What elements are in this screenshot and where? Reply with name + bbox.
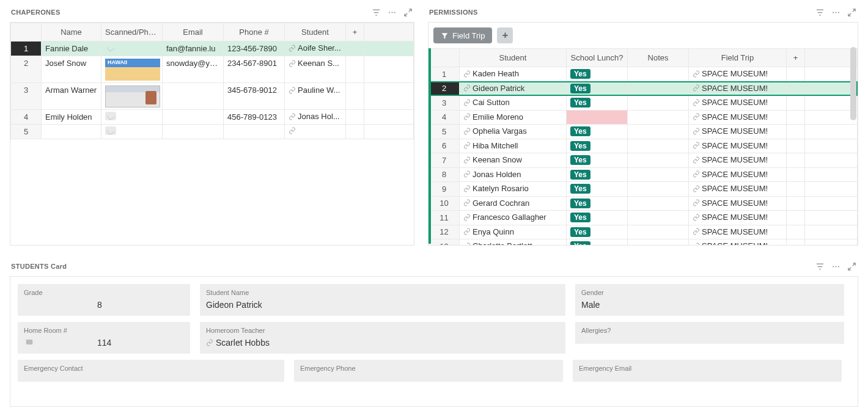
cell-student[interactable]: Jonas Holden xyxy=(460,167,567,182)
cell-lunch[interactable]: Yes xyxy=(567,125,628,139)
row-number[interactable]: 5 xyxy=(429,125,460,139)
cell-phone[interactable]: 123-456-7890 xyxy=(224,42,285,56)
cell-notes[interactable] xyxy=(628,239,689,246)
col-scanned[interactable]: Scanned/Phot... xyxy=(101,23,163,42)
cell-student[interactable]: Charlotte Bartlett xyxy=(460,239,567,246)
table-row[interactable]: 3Arman Warner345-678-9012Pauline W... xyxy=(11,83,414,110)
cell-lunch[interactable] xyxy=(567,110,628,125)
cell-name[interactable]: Josef Snow xyxy=(42,56,101,83)
row-number[interactable]: 3 xyxy=(429,96,460,111)
cell-student[interactable]: Keenan Snow xyxy=(460,153,567,168)
table-row[interactable]: 2Josef Snowsnowday@ya...234-567-8901Keen… xyxy=(11,56,414,83)
cell-student[interactable]: Gideon Patrick xyxy=(460,81,567,96)
row-number[interactable]: 6 xyxy=(429,139,460,153)
field-emergency-contact[interactable]: Emergency Contact xyxy=(18,360,284,382)
table-row[interactable]: 1Kaden HeathYesSPACE MUSEUM! xyxy=(429,67,858,82)
cell-trip[interactable]: SPACE MUSEUM! xyxy=(689,81,787,96)
row-number[interactable]: 2 xyxy=(11,56,42,83)
row-number[interactable]: 12 xyxy=(429,225,460,239)
add-column-button[interactable]: + xyxy=(787,49,805,67)
row-number[interactable]: 9 xyxy=(429,182,460,197)
field-gender[interactable]: Gender Male xyxy=(575,284,844,316)
cell-notes[interactable] xyxy=(628,182,689,197)
cell-student[interactable]: Aoife Sher... xyxy=(285,42,346,56)
cell-notes[interactable] xyxy=(628,153,689,168)
table-row[interactable]: 4Emilie MorenoSPACE MUSEUM! xyxy=(429,110,858,125)
attachment-icon[interactable] xyxy=(105,126,116,135)
table-row[interactable]: 12Enya QuinnYesSPACE MUSEUM! xyxy=(429,225,858,239)
cell-name[interactable]: Fannie Dale xyxy=(42,42,101,56)
cell-notes[interactable] xyxy=(628,196,689,211)
cell-lunch[interactable]: Yes xyxy=(567,211,628,225)
expand-icon[interactable] xyxy=(846,7,857,18)
more-icon[interactable] xyxy=(830,261,841,272)
table-row[interactable]: 13Charlotte BartlettYesSPACE MUSEUM! xyxy=(429,239,858,246)
cell-name[interactable]: Emily Holden xyxy=(42,110,101,125)
cell-student[interactable]: Enya Quinn xyxy=(460,225,567,239)
cell-trip[interactable]: SPACE MUSEUM! xyxy=(689,182,787,197)
row-number[interactable]: 1 xyxy=(11,42,42,56)
more-icon[interactable] xyxy=(386,7,397,18)
cell-lunch[interactable]: Yes xyxy=(567,196,628,211)
col-lunch[interactable]: School Lunch? xyxy=(567,49,628,67)
cell-lunch[interactable]: Yes xyxy=(567,182,628,197)
cell-phone[interactable]: 234-567-8901 xyxy=(224,56,285,83)
cell-trip[interactable]: SPACE MUSEUM! xyxy=(689,167,787,182)
cell-email[interactable] xyxy=(163,125,224,139)
field-grade[interactable]: Grade 8 xyxy=(18,284,190,316)
cell-notes[interactable] xyxy=(628,167,689,182)
table-row[interactable]: 9Katelyn RosarioYesSPACE MUSEUM! xyxy=(429,182,858,197)
row-number[interactable]: 2 xyxy=(429,81,460,96)
cell-student[interactable]: Gerard Cochran xyxy=(460,196,567,211)
cell-student[interactable]: Francesco Gallagher xyxy=(460,211,567,225)
table-row[interactable]: 3Cai SuttonYesSPACE MUSEUM! xyxy=(429,96,858,111)
field-emergency-email[interactable]: Emergency Email xyxy=(573,360,842,382)
cell-trip[interactable]: SPACE MUSEUM! xyxy=(689,125,787,139)
field-student-name[interactable]: Student Name Gideon Patrick xyxy=(200,284,565,316)
row-number[interactable]: 13 xyxy=(429,239,460,246)
cell-student[interactable]: Emilie Moreno xyxy=(460,110,567,125)
col-student[interactable]: Student xyxy=(460,49,567,67)
row-number[interactable]: 10 xyxy=(429,196,460,211)
cell-lunch[interactable]: Yes xyxy=(567,167,628,182)
table-row[interactable]: 4Emily Holden456-789-0123Jonas Hol... xyxy=(11,110,414,125)
cell-trip[interactable]: SPACE MUSEUM! xyxy=(689,225,787,239)
filter-icon[interactable] xyxy=(370,7,381,18)
cell-email[interactable] xyxy=(163,83,224,110)
cell-trip[interactable]: SPACE MUSEUM! xyxy=(689,96,787,111)
expand-icon[interactable] xyxy=(846,261,857,272)
field-allergies[interactable]: Allergies? xyxy=(575,322,844,344)
cell-scanned[interactable] xyxy=(101,110,163,125)
cell-email[interactable]: fan@fannie.lu xyxy=(163,42,224,56)
permissions-table[interactable]: Student School Lunch? Notes Field Trip +… xyxy=(428,48,858,246)
row-number[interactable]: 3 xyxy=(11,83,42,110)
cell-email[interactable] xyxy=(163,110,224,125)
table-row[interactable]: 6Hiba MitchellYesSPACE MUSEUM! xyxy=(429,139,858,153)
table-row[interactable]: 7Keenan SnowYesSPACE MUSEUM! xyxy=(429,153,858,168)
cell-student[interactable]: Ophelia Vargas xyxy=(460,125,567,139)
col-phone[interactable]: Phone # xyxy=(224,23,285,42)
vertical-scrollbar[interactable] xyxy=(850,23,856,245)
cell-trip[interactable]: SPACE MUSEUM! xyxy=(689,211,787,225)
cell-trip[interactable]: SPACE MUSEUM! xyxy=(689,139,787,153)
row-number[interactable]: 7 xyxy=(429,153,460,168)
attachment-icon[interactable] xyxy=(105,112,116,120)
table-row[interactable]: 1Fannie Dalefan@fannie.lu123-456-7890Aoi… xyxy=(11,42,414,56)
expand-icon[interactable] xyxy=(402,7,413,18)
table-row[interactable]: 11Francesco GallagherYesSPACE MUSEUM! xyxy=(429,211,858,225)
cell-phone[interactable]: 456-789-0123 xyxy=(224,110,285,125)
cell-student[interactable]: Jonas Hol... xyxy=(285,110,346,125)
row-number[interactable]: 4 xyxy=(11,110,42,125)
row-number[interactable]: 4 xyxy=(429,110,460,125)
cell-trip[interactable]: SPACE MUSEUM! xyxy=(689,239,787,246)
filter-icon[interactable] xyxy=(814,261,825,272)
cell-trip[interactable]: SPACE MUSEUM! xyxy=(689,153,787,168)
cell-notes[interactable] xyxy=(628,225,689,239)
student-link[interactable]: Jonas Hol... xyxy=(298,112,340,121)
cell-name[interactable] xyxy=(42,125,101,139)
cell-lunch[interactable]: Yes xyxy=(567,225,628,239)
student-link[interactable]: Keenan S... xyxy=(298,59,339,68)
cell-notes[interactable] xyxy=(628,139,689,153)
cell-lunch[interactable]: Yes xyxy=(567,153,628,168)
attachment-icon[interactable] xyxy=(105,43,116,52)
